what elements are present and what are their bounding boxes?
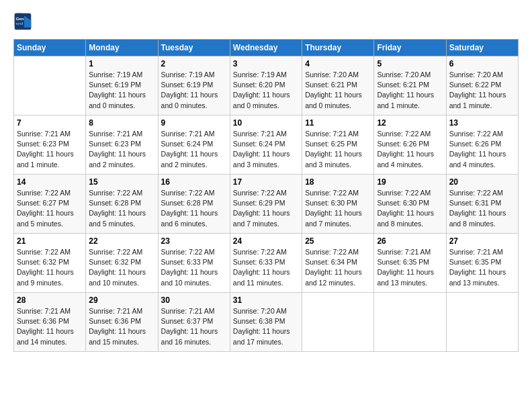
day-info: Sunrise: 7:22 AMSunset: 6:33 PMDaylight:… — [233, 247, 299, 288]
day-number: 8 — [89, 118, 154, 128]
day-cell: 9Sunrise: 7:21 AMSunset: 6:24 PMDaylight… — [158, 116, 230, 175]
day-info: Sunrise: 7:20 AMSunset: 6:21 PMDaylight:… — [377, 70, 443, 111]
day-number: 6 — [449, 59, 515, 68]
weekday-header-wednesday: Wednesday — [230, 40, 302, 56]
day-cell: 31Sunrise: 7:20 AMSunset: 6:38 PMDayligh… — [230, 293, 302, 352]
day-cell: 28Sunrise: 7:21 AMSunset: 6:36 PMDayligh… — [14, 293, 86, 352]
day-number: 24 — [233, 236, 299, 246]
day-number: 11 — [305, 118, 371, 128]
day-cell: 19Sunrise: 7:22 AMSunset: 6:30 PMDayligh… — [374, 175, 446, 234]
week-row-5: 28Sunrise: 7:21 AMSunset: 6:36 PMDayligh… — [14, 293, 519, 352]
day-info: Sunrise: 7:20 AMSunset: 6:21 PMDaylight:… — [305, 70, 371, 111]
day-info: Sunrise: 7:21 AMSunset: 6:35 PMDaylight:… — [377, 247, 443, 288]
day-number: 27 — [449, 236, 515, 246]
day-number: 15 — [89, 177, 154, 187]
day-cell: 23Sunrise: 7:22 AMSunset: 6:33 PMDayligh… — [158, 234, 230, 293]
day-info: Sunrise: 7:21 AMSunset: 6:23 PMDaylight:… — [89, 129, 154, 170]
day-cell: 5Sunrise: 7:20 AMSunset: 6:21 PMDaylight… — [374, 56, 446, 116]
day-info: Sunrise: 7:22 AMSunset: 6:33 PMDaylight:… — [161, 247, 227, 288]
day-cell: 17Sunrise: 7:22 AMSunset: 6:29 PMDayligh… — [230, 175, 302, 234]
weekday-header-thursday: Thursday — [302, 40, 374, 56]
day-number: 22 — [89, 236, 154, 246]
day-cell: 11Sunrise: 7:21 AMSunset: 6:25 PMDayligh… — [302, 116, 374, 175]
day-cell: 16Sunrise: 7:22 AMSunset: 6:28 PMDayligh… — [158, 175, 230, 234]
day-number: 20 — [449, 177, 515, 187]
day-number: 14 — [17, 177, 83, 187]
weekday-header-row: SundayMondayTuesdayWednesdayThursdayFrid… — [14, 40, 519, 56]
day-number: 17 — [233, 177, 299, 187]
day-info: Sunrise: 7:22 AMSunset: 6:32 PMDaylight:… — [89, 247, 154, 288]
day-cell — [446, 293, 518, 352]
day-info: Sunrise: 7:19 AMSunset: 6:19 PMDaylight:… — [89, 70, 154, 111]
day-info: Sunrise: 7:19 AMSunset: 6:20 PMDaylight:… — [233, 70, 299, 111]
day-cell: 21Sunrise: 7:22 AMSunset: 6:32 PMDayligh… — [14, 234, 86, 293]
day-cell: 25Sunrise: 7:22 AMSunset: 6:34 PMDayligh… — [302, 234, 374, 293]
week-row-4: 21Sunrise: 7:22 AMSunset: 6:32 PMDayligh… — [14, 234, 519, 293]
day-cell: 10Sunrise: 7:21 AMSunset: 6:24 PMDayligh… — [230, 116, 302, 175]
day-info: Sunrise: 7:20 AMSunset: 6:38 PMDaylight:… — [233, 306, 299, 347]
day-number: 13 — [449, 118, 515, 128]
day-info: Sunrise: 7:20 AMSunset: 6:22 PMDaylight:… — [449, 70, 515, 111]
day-cell: 1Sunrise: 7:19 AMSunset: 6:19 PMDaylight… — [86, 56, 158, 116]
day-info: Sunrise: 7:22 AMSunset: 6:28 PMDaylight:… — [89, 188, 154, 229]
day-info: Sunrise: 7:22 AMSunset: 6:28 PMDaylight:… — [161, 188, 227, 229]
day-cell: 7Sunrise: 7:21 AMSunset: 6:23 PMDaylight… — [14, 116, 86, 175]
header: Gen eral — [13, 12, 519, 31]
day-info: Sunrise: 7:22 AMSunset: 6:27 PMDaylight:… — [17, 188, 83, 229]
page: Gen eral SundayMondayTuesdayWednesdayThu… — [0, 0, 532, 411]
day-number: 5 — [377, 59, 443, 68]
day-cell: 8Sunrise: 7:21 AMSunset: 6:23 PMDaylight… — [86, 116, 158, 175]
day-cell: 3Sunrise: 7:19 AMSunset: 6:20 PMDaylight… — [230, 56, 302, 116]
day-cell: 24Sunrise: 7:22 AMSunset: 6:33 PMDayligh… — [230, 234, 302, 293]
day-cell: 2Sunrise: 7:19 AMSunset: 6:19 PMDaylight… — [158, 56, 230, 116]
day-cell: 15Sunrise: 7:22 AMSunset: 6:28 PMDayligh… — [86, 175, 158, 234]
week-row-3: 14Sunrise: 7:22 AMSunset: 6:27 PMDayligh… — [14, 175, 519, 234]
day-cell: 26Sunrise: 7:21 AMSunset: 6:35 PMDayligh… — [374, 234, 446, 293]
day-number: 21 — [17, 236, 83, 246]
day-number: 26 — [377, 236, 443, 246]
day-number: 3 — [233, 59, 299, 68]
day-cell: 6Sunrise: 7:20 AMSunset: 6:22 PMDaylight… — [446, 56, 518, 116]
day-cell: 20Sunrise: 7:22 AMSunset: 6:31 PMDayligh… — [446, 175, 518, 234]
day-number: 1 — [89, 59, 154, 68]
day-number: 7 — [17, 118, 83, 128]
svg-text:eral: eral — [16, 21, 24, 26]
day-info: Sunrise: 7:22 AMSunset: 6:29 PMDaylight:… — [233, 188, 299, 229]
day-cell — [374, 293, 446, 352]
day-info: Sunrise: 7:21 AMSunset: 6:25 PMDaylight:… — [305, 129, 371, 170]
day-cell: 4Sunrise: 7:20 AMSunset: 6:21 PMDaylight… — [302, 56, 374, 116]
svg-text:Gen: Gen — [16, 16, 24, 21]
day-cell: 18Sunrise: 7:22 AMSunset: 6:30 PMDayligh… — [302, 175, 374, 234]
day-info: Sunrise: 7:22 AMSunset: 6:30 PMDaylight:… — [305, 188, 371, 229]
day-cell: 12Sunrise: 7:22 AMSunset: 6:26 PMDayligh… — [374, 116, 446, 175]
day-cell: 30Sunrise: 7:21 AMSunset: 6:37 PMDayligh… — [158, 293, 230, 352]
day-info: Sunrise: 7:21 AMSunset: 6:36 PMDaylight:… — [89, 306, 154, 347]
day-info: Sunrise: 7:21 AMSunset: 6:23 PMDaylight:… — [17, 129, 83, 170]
day-cell: 14Sunrise: 7:22 AMSunset: 6:27 PMDayligh… — [14, 175, 86, 234]
logo-icon: Gen eral — [13, 12, 32, 31]
weekday-header-friday: Friday — [374, 40, 446, 56]
day-number: 25 — [305, 236, 371, 246]
day-number: 4 — [305, 59, 371, 68]
day-info: Sunrise: 7:21 AMSunset: 6:37 PMDaylight:… — [161, 306, 227, 347]
day-info: Sunrise: 7:21 AMSunset: 6:36 PMDaylight:… — [17, 306, 83, 347]
calendar-table: SundayMondayTuesdayWednesdayThursdayFrid… — [13, 39, 519, 352]
week-row-1: 1Sunrise: 7:19 AMSunset: 6:19 PMDaylight… — [14, 56, 519, 116]
day-info: Sunrise: 7:21 AMSunset: 6:35 PMDaylight:… — [449, 247, 515, 288]
day-number: 12 — [377, 118, 443, 128]
day-info: Sunrise: 7:19 AMSunset: 6:19 PMDaylight:… — [161, 70, 227, 111]
weekday-header-sunday: Sunday — [14, 40, 86, 56]
day-info: Sunrise: 7:22 AMSunset: 6:26 PMDaylight:… — [449, 129, 515, 170]
day-cell — [14, 56, 86, 116]
day-number: 23 — [161, 236, 227, 246]
day-number: 29 — [89, 295, 154, 305]
day-info: Sunrise: 7:22 AMSunset: 6:32 PMDaylight:… — [17, 247, 83, 288]
weekday-header-saturday: Saturday — [446, 40, 518, 56]
day-cell: 29Sunrise: 7:21 AMSunset: 6:36 PMDayligh… — [86, 293, 158, 352]
day-number: 9 — [161, 118, 227, 128]
day-number: 28 — [17, 295, 83, 305]
logo: Gen eral — [13, 12, 35, 31]
week-row-2: 7Sunrise: 7:21 AMSunset: 6:23 PMDaylight… — [14, 116, 519, 175]
day-number: 2 — [161, 59, 227, 68]
day-info: Sunrise: 7:21 AMSunset: 6:24 PMDaylight:… — [233, 129, 299, 170]
